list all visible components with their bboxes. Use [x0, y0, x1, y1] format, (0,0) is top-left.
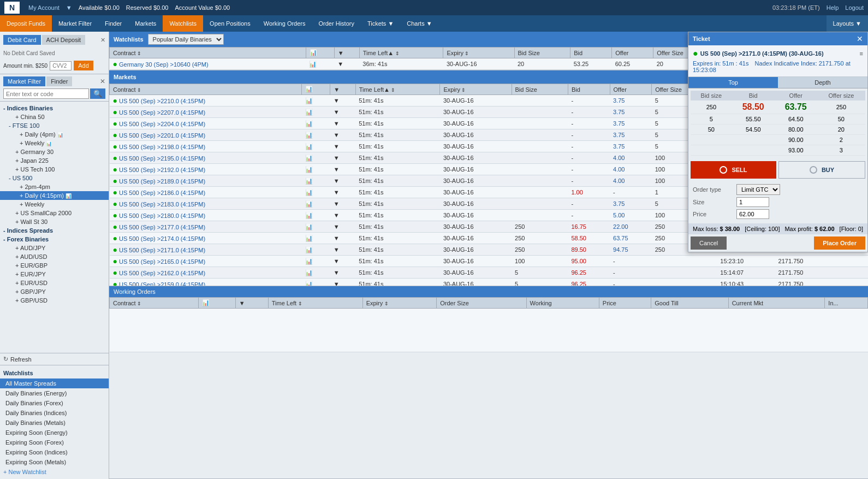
m-chart[interactable]: 📊 [302, 152, 330, 164]
nav-finder[interactable]: Finder [98, 15, 128, 32]
watchlist-item-expiring-forex[interactable]: Expiring Soon (Forex) [0, 437, 109, 447]
ticket-tab-top[interactable]: Top [688, 77, 778, 88]
m-dropdown[interactable]: ▼ [330, 129, 355, 141]
debit-card-tab[interactable]: Debit Card [3, 35, 41, 45]
m-chart[interactable]: 📊 [302, 267, 330, 279]
nav-charts[interactable]: Charts ▼ [400, 15, 438, 32]
m-chart[interactable]: 📊 [302, 244, 330, 256]
tree-item-japan225[interactable]: Japan 225 [0, 156, 109, 165]
tree-item-wallst30[interactable]: Wall St 30 [0, 217, 109, 226]
m-dropdown[interactable]: ▼ [330, 164, 355, 175]
th-timeleft-markets[interactable]: Time Left▲ [355, 84, 440, 95]
filter-close-button[interactable]: ✕ [100, 76, 105, 86]
m-dropdown[interactable]: ▼ [330, 267, 355, 279]
wl-dropdown[interactable]: ▼ [334, 58, 359, 70]
tree-item-eurusd[interactable]: EUR/USD [0, 279, 109, 287]
markets-row[interactable]: ● US 500 (Sep) >2165.0 (4:15PM) 📊 ▼ 51m:… [110, 256, 868, 267]
m-dropdown[interactable]: ▼ [330, 95, 355, 107]
m-chart[interactable]: 📊 [302, 129, 330, 141]
m-dropdown[interactable]: ▼ [330, 210, 355, 221]
watchlist-item-all-master[interactable]: All Master Spreads [0, 379, 109, 388]
order-type-select[interactable]: Limit GTC [736, 184, 780, 195]
markets-row[interactable]: ● US 500 (Sep) >2162.0 (4:15PM) 📊 ▼ 51m:… [110, 267, 868, 279]
m-contract[interactable]: ● US 500 (Sep) >2198.0 (4:15PM) [110, 141, 302, 152]
watchlist-item-expiring-indices[interactable]: Expiring Soon (Indices) [0, 447, 109, 457]
markets-row[interactable]: ● US 500 (Sep) >2159.0 (4:15PM) 📊 ▼ 51m:… [110, 279, 868, 286]
m-chart[interactable]: 📊 [302, 256, 330, 267]
m-contract[interactable]: ● US 500 (Sep) >2180.0 (4:15PM) [110, 210, 302, 221]
watchlist-item-expiring-metals[interactable]: Expiring Soon (Metals) [0, 457, 109, 467]
ticket-menu-icon[interactable]: ≡ [860, 50, 863, 57]
nav-watchlists[interactable]: Watchlists [163, 15, 203, 32]
m-chart[interactable]: 📊 [302, 198, 330, 210]
tree-item-ustech100[interactable]: US Tech 100 [0, 165, 109, 174]
wl-chart-icon[interactable]: 📊 [306, 58, 334, 70]
nav-open-positions[interactable]: Open Positions [203, 15, 257, 32]
ach-deposit-tab[interactable]: ACH Deposit [42, 35, 86, 45]
tree-item-us500-weekly[interactable]: Weekly [0, 200, 109, 209]
m-chart[interactable]: 📊 [302, 141, 330, 152]
m-chart[interactable]: 📊 [302, 279, 330, 286]
m-chart[interactable]: 📊 [302, 233, 330, 244]
m-contract[interactable]: ● US 500 (Sep) >2201.0 (4:15PM) [110, 129, 302, 141]
m-contract[interactable]: ● US 500 (Sep) >2204.0 (4:15PM) [110, 118, 302, 129]
cvv-input[interactable] [50, 61, 72, 70]
th-expiry-wo[interactable]: Expiry [362, 298, 437, 309]
tree-item-eurjpy[interactable]: EUR/JPY [0, 270, 109, 279]
m-dropdown[interactable]: ▼ [330, 175, 355, 187]
finder-tab[interactable]: Finder [46, 76, 72, 86]
m-contract[interactable]: ● US 500 (Sep) >2207.0 (4:15PM) [110, 107, 302, 118]
m-chart[interactable]: 📊 [302, 164, 330, 175]
market-filter-tab[interactable]: Market Filter [3, 76, 45, 86]
logout-link[interactable]: Logout [845, 4, 864, 11]
layouts-button[interactable]: Layouts ▼ [827, 15, 868, 32]
m-dropdown[interactable]: ▼ [330, 244, 355, 256]
search-input[interactable] [3, 88, 89, 99]
m-contract[interactable]: ● US 500 (Sep) >2195.0 (4:15PM) [110, 152, 302, 164]
m-dropdown[interactable]: ▼ [330, 233, 355, 244]
watchlist-item-daily-metals[interactable]: Daily Binaries (Metals) [0, 418, 109, 428]
new-watchlist-button[interactable]: + New Watchlist [0, 467, 109, 477]
nav-tickets[interactable]: Tickets ▼ [361, 15, 400, 32]
ob-bid-1[interactable]: 58.50 [732, 100, 775, 114]
tree-item-ftse-weekly[interactable]: Weekly 📊 [0, 139, 109, 147]
tree-item-us500-daily[interactable]: Daily (4:15pm) 📊 [0, 191, 109, 200]
m-chart[interactable]: 📊 [302, 175, 330, 187]
cancel-button[interactable]: Cancel [691, 236, 727, 250]
tree-item-germany30[interactable]: Germany 30 [0, 147, 109, 156]
tree-item-audusd[interactable]: AUD/USD [0, 252, 109, 261]
nav-order-history[interactable]: Order History [312, 15, 361, 32]
price-input[interactable] [736, 209, 769, 219]
m-contract[interactable]: ● US 500 (Sep) >2171.0 (4:15PM) [110, 244, 302, 256]
tree-item-us500-2pm[interactable]: 2pm-4pm [0, 182, 109, 191]
m-chart[interactable]: 📊 [302, 187, 330, 198]
help-link[interactable]: Help [827, 4, 839, 11]
tree-item-eurgbp[interactable]: EUR/GBP [0, 261, 109, 270]
m-contract[interactable]: ● US 500 (Sep) >2186.0 (4:15PM) [110, 187, 302, 198]
m-dropdown[interactable]: ▼ [330, 152, 355, 164]
m-dropdown[interactable]: ▼ [330, 221, 355, 233]
tree-item-ussmallcap[interactable]: US SmallCap 2000 [0, 209, 109, 217]
th-contract-markets[interactable]: Contract [110, 84, 302, 95]
ob-offer-1[interactable]: 63.75 [775, 100, 817, 114]
th-expiry-markets[interactable]: Expiry [440, 84, 512, 95]
m-chart[interactable]: 📊 [302, 210, 330, 221]
nav-market-filter[interactable]: Market Filter [52, 15, 98, 32]
m-dropdown[interactable]: ▼ [330, 279, 355, 286]
nav-working-orders[interactable]: Working Orders [257, 15, 312, 32]
tree-item-ftse100[interactable]: FTSE 100 [0, 121, 109, 130]
nav-markets[interactable]: Markets [128, 15, 163, 32]
tree-item-gbpusd[interactable]: GBP/USD [0, 296, 109, 305]
m-chart[interactable]: 📊 [302, 221, 330, 233]
size-input[interactable] [736, 197, 769, 207]
tree-item-audjpy[interactable]: AUD/JPY [0, 244, 109, 252]
dropdown-arrow-account[interactable]: ▼ [66, 4, 72, 11]
th-contract-wo[interactable]: Contract [110, 298, 199, 309]
m-contract[interactable]: ● US 500 (Sep) >2165.0 (4:15PM) [110, 256, 302, 267]
tree-section-indices-binaries[interactable]: Indices Binaries [0, 104, 109, 113]
m-chart[interactable]: 📊 [302, 107, 330, 118]
tree-item-ftse-daily[interactable]: Daily (4pm) 📊 [0, 130, 109, 139]
m-contract[interactable]: ● US 500 (Sep) >2210.0 (4:15PM) [110, 95, 302, 107]
th-timeleft-wo[interactable]: Time Left [268, 298, 362, 309]
tree-item-us500[interactable]: US 500 [0, 174, 109, 182]
